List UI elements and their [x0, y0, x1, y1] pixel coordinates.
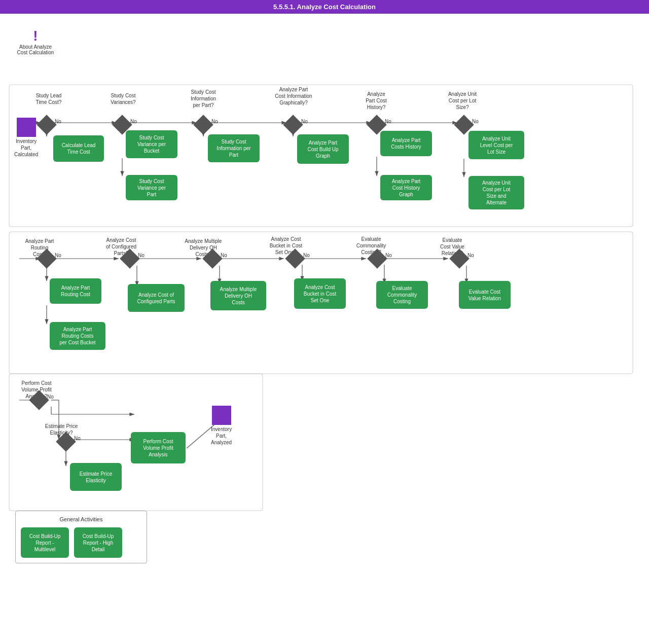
- about-box: ! About Analyze Cost Calculation: [15, 29, 56, 55]
- no-d3: No: [211, 119, 218, 124]
- decision-study-lead-time: Study LeadTime Cost?: [33, 92, 64, 105]
- action-evaluate-cost-value[interactable]: Evaluate CostValue Relation: [459, 281, 511, 309]
- no-d12: No: [467, 253, 474, 258]
- no-d2: No: [130, 119, 137, 124]
- decision-study-cost-info: Study CostInformationper Part?: [185, 89, 222, 109]
- decision-analyze-unit-cost: Analyze UnitCost per LotSize?: [444, 91, 481, 111]
- action-analyze-part-costs-history[interactable]: Analyze PartCosts History: [380, 131, 432, 156]
- no-d8: No: [138, 253, 145, 258]
- decision-study-cost-variances: Study CostVariances?: [105, 92, 141, 105]
- action-study-cost-info-part[interactable]: Study CostInformation perPart: [208, 134, 260, 162]
- general-activities-box: General Activities Cost Build-UpReport -…: [15, 511, 147, 563]
- action-analyze-part-cost-build-up[interactable]: Analyze PartCost Build UpGraph: [297, 134, 349, 164]
- about-icon: !: [33, 29, 38, 43]
- decision-estimate-price: Estimate PriceElasticity?: [42, 423, 81, 436]
- no-d13: No: [47, 394, 54, 400]
- action-analyze-cost-bucket-set[interactable]: Analyze CostBucket in CostSet One: [294, 278, 346, 309]
- action-calculate-lead-time[interactable]: Calculate LeadTime Cost: [53, 135, 104, 162]
- action-analyze-unit-level-cost[interactable]: Analyze UnitLevel Cost perLot Size: [468, 131, 524, 159]
- action-analyze-part-cost-history-graph[interactable]: Analyze PartCost HistoryGraph: [380, 175, 432, 200]
- no-d11: No: [385, 253, 392, 258]
- inventory-end: InventoryPart,Analyzed: [211, 406, 232, 446]
- no-d7: No: [55, 253, 61, 258]
- diamond-d4: [283, 115, 303, 135]
- decision-analyze-part-cost-graphically: Analyze PartCost InformationGraphically?: [273, 86, 314, 106]
- action-study-cost-variance-part[interactable]: Study CostVariance perPart: [126, 175, 177, 200]
- inventory-start: InventoryPart,Calculated: [14, 118, 38, 158]
- decision-evaluate-cost-value: EvaluateCost ValueRelation?: [432, 237, 473, 257]
- no-d5: No: [385, 119, 391, 124]
- ga-cost-buildup-multilevel[interactable]: Cost Build-UpReport -Multilevel: [21, 527, 69, 558]
- action-evaluate-commonality[interactable]: EvaluateCommonalityCosting: [376, 281, 428, 309]
- decision-analyze-cost-bucket: Analyze CostBucket in CostSet One?: [266, 236, 306, 256]
- no-d4: No: [301, 119, 308, 124]
- action-perform-cost-volume-profit[interactable]: Perform CostVolume ProfitAnalysis: [131, 432, 186, 463]
- no-d6: No: [472, 119, 479, 124]
- page-title: 5.5.5.1. Analyze Cost Calculation: [273, 3, 376, 11]
- about-label: About Analyze Cost Calculation: [15, 44, 56, 55]
- action-analyze-unit-cost-lot-alternate[interactable]: Analyze UnitCost per LotSize andAlternat…: [468, 176, 524, 209]
- title-bar: 5.5.5.1. Analyze Cost Calculation: [0, 0, 649, 14]
- action-analyze-multiple-delivery[interactable]: Analyze MultipleDelivery OHCosts: [210, 281, 266, 310]
- no-d9: No: [221, 253, 227, 258]
- action-analyze-part-routing-cost[interactable]: Analyze PartRouting Cost: [50, 278, 101, 304]
- general-activities-title: General Activities: [21, 516, 141, 522]
- diamond-d1: [37, 115, 57, 135]
- action-estimate-price-elasticity[interactable]: Estimate PriceElasticity: [70, 463, 122, 491]
- no-d10: No: [303, 253, 310, 258]
- action-analyze-cost-configured[interactable]: Analyze Cost ofConfigured Parts: [128, 284, 185, 312]
- diamond-d3: [193, 115, 213, 135]
- no-d14: No: [74, 436, 81, 441]
- ga-cost-buildup-high-detail[interactable]: Cost Build-UpReport - HighDetail: [74, 527, 122, 558]
- no-d1: No: [55, 119, 61, 124]
- action-analyze-routing-costs-bucket[interactable]: Analyze PartRouting Costsper Cost Bucket: [50, 322, 105, 350]
- decision-analyze-part-cost-history: AnalyzePart CostHistory?: [358, 91, 394, 111]
- action-study-cost-variance-bucket[interactable]: Study CostVariance perBucket: [126, 130, 177, 158]
